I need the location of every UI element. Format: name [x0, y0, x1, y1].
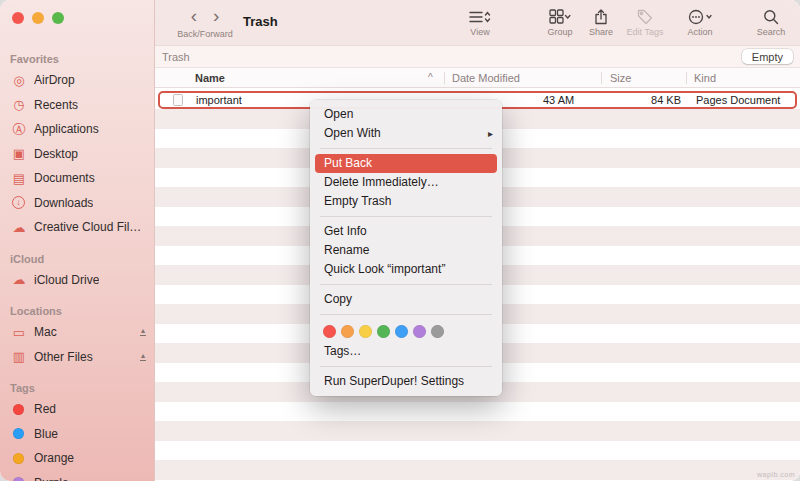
sidebar-item-applications[interactable]: Ⓐ Applications [0, 117, 154, 142]
view-button[interactable]: View [460, 8, 500, 37]
group-label: Group [540, 27, 580, 37]
tag-color-orange[interactable] [341, 325, 354, 338]
sidebar-item-tag-orange[interactable]: Orange [0, 446, 154, 471]
edit-tags-label: Edit Tags [623, 27, 667, 37]
sidebar-item-mac[interactable]: ▭ Mac ▴ [0, 320, 154, 345]
menu-item-label: Open With [324, 126, 381, 140]
sidebar-item-tag-purple[interactable]: Purple [0, 471, 154, 481]
group-button[interactable]: Group [540, 8, 580, 37]
sidebar-item-recents[interactable]: ◷ Recents [0, 93, 154, 118]
external-disk-icon: ▥ [8, 350, 30, 363]
sidebar-section-icloud: iCloud [10, 253, 144, 265]
sidebar-item-airdrop[interactable]: ◎ AirDrop [0, 68, 154, 93]
tag-color-purple[interactable] [413, 325, 426, 338]
menu-separator [320, 148, 492, 149]
documents-icon: ▤ [8, 172, 30, 185]
view-label: View [460, 27, 500, 37]
menu-item-open-with[interactable]: Open With ▸ [310, 124, 502, 143]
tag-color-green[interactable] [377, 325, 390, 338]
airdrop-icon: ◎ [8, 74, 30, 87]
sidebar-item-label: Orange [34, 451, 74, 465]
column-header-name[interactable]: Name [195, 72, 225, 84]
finder-window: Favorites ◎ AirDrop ◷ Recents Ⓐ Applicat… [0, 0, 800, 481]
desktop-icon: ▣ [8, 147, 30, 160]
menu-item-run-superduper-settings[interactable]: Run SuperDuper! Settings [310, 372, 502, 391]
tag-color-red[interactable] [323, 325, 336, 338]
column-divider[interactable] [601, 72, 602, 85]
back-forward-label: Back/Forward [165, 29, 245, 39]
back-forward-control: ‹ › Back/Forward [165, 7, 245, 39]
column-header-kind[interactable]: Kind [694, 72, 716, 84]
column-header-date-modified[interactable]: Date Modified [452, 72, 520, 84]
sidebar-item-documents[interactable]: ▤ Documents [0, 166, 154, 191]
sidebar-item-label: Red [34, 402, 56, 416]
share-button[interactable]: Share [583, 8, 619, 37]
back-button[interactable]: ‹ [191, 7, 197, 27]
applications-icon: Ⓐ [8, 123, 30, 136]
file-name: important [196, 94, 242, 106]
sidebar-item-label: iCloud Drive [34, 273, 99, 287]
close-button[interactable] [12, 12, 24, 24]
sidebar-item-creative-cloud[interactable]: ☁ Creative Cloud Fil… [0, 215, 154, 240]
menu-item-get-info[interactable]: Get Info [310, 222, 502, 241]
sidebar-item-label: Applications [34, 122, 99, 136]
menu-item-copy[interactable]: Copy [310, 290, 502, 309]
menu-item-quick-look[interactable]: Quick Look “important” [310, 260, 502, 279]
tag-color-gray[interactable] [431, 325, 444, 338]
group-icon [540, 8, 580, 25]
tag-icon [623, 8, 667, 25]
traffic-lights [12, 12, 64, 24]
sidebar-section-favorites: Favorites [10, 53, 144, 65]
edit-tags-button: Edit Tags [623, 8, 667, 37]
tag-color-yellow[interactable] [359, 325, 372, 338]
zoom-button[interactable] [52, 12, 64, 24]
eject-icon[interactable]: ▴ [140, 353, 146, 361]
document-icon [173, 94, 183, 106]
path-location: Trash [162, 51, 190, 63]
column-header-size[interactable]: Size [610, 72, 631, 84]
menu-item-rename[interactable]: Rename [310, 241, 502, 260]
sidebar-item-tag-blue[interactable]: Blue [0, 422, 154, 447]
sidebar-item-label: AirDrop [34, 73, 75, 87]
window-title: Trash [243, 14, 278, 29]
menu-separator [320, 366, 492, 367]
menu-item-open[interactable]: Open [310, 105, 502, 124]
file-kind: Pages Document [696, 94, 780, 106]
sidebar-item-label: Recents [34, 98, 78, 112]
sidebar-item-label: Documents [34, 171, 95, 185]
tag-orange-icon [13, 453, 24, 464]
sidebar-item-label: Desktop [34, 147, 78, 161]
menu-item-empty-trash[interactable]: Empty Trash [310, 192, 502, 211]
menu-tag-colors [310, 320, 502, 342]
menu-item-put-back[interactable]: Put Back [315, 154, 497, 173]
sort-ascending-icon[interactable]: ^ [428, 72, 433, 83]
sidebar-item-label: Purple [34, 476, 69, 481]
downloads-icon: ↓ [12, 196, 25, 209]
sidebar-item-icloud-drive[interactable]: ☁ iCloud Drive [0, 268, 154, 293]
menu-separator [320, 284, 492, 285]
forward-button[interactable]: › [213, 7, 219, 27]
minimize-button[interactable] [32, 12, 44, 24]
sidebar-item-downloads[interactable]: ↓ Downloads [0, 191, 154, 216]
tag-blue-icon [13, 428, 24, 439]
sidebar-section-tags: Tags [10, 382, 144, 394]
sidebar-item-desktop[interactable]: ▣ Desktop [0, 142, 154, 167]
column-divider[interactable] [686, 72, 687, 85]
sidebar-section-locations: Locations [10, 305, 144, 317]
column-divider[interactable] [444, 72, 445, 85]
eject-icon[interactable]: ▴ [140, 328, 146, 336]
file-date-modified: 43 AM [543, 94, 574, 106]
search-button[interactable]: Search [750, 8, 792, 37]
menu-item-tags[interactable]: Tags… [310, 342, 502, 361]
sidebar-item-label: Other Files [34, 350, 93, 364]
tag-color-blue[interactable] [395, 325, 408, 338]
action-button[interactable]: Action [680, 8, 720, 37]
empty-trash-button[interactable]: Empty [742, 49, 793, 64]
sidebar-item-label: Creative Cloud Fil… [34, 220, 141, 234]
sidebar-item-tag-red[interactable]: Red [0, 397, 154, 422]
sidebar-item-label: Blue [34, 427, 58, 441]
menu-separator [320, 314, 492, 315]
toolbar: ‹ › Back/Forward Trash View Group [155, 0, 800, 46]
sidebar-item-other-files[interactable]: ▥ Other Files ▴ [0, 345, 154, 370]
menu-item-delete-immediately[interactable]: Delete Immediately… [310, 173, 502, 192]
